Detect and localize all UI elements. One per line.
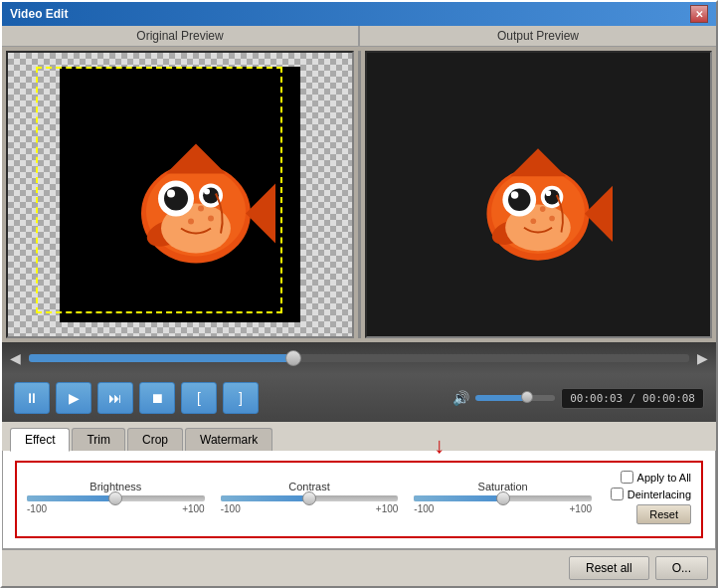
original-preview-screen	[6, 51, 354, 338]
stop-button[interactable]: ⏹	[139, 382, 175, 414]
saturation-track[interactable]	[414, 495, 592, 501]
tab-effect[interactable]: Effect	[10, 428, 70, 452]
svg-marker-17	[585, 185, 613, 241]
svg-point-22	[508, 188, 531, 211]
time-display: 00:00:03 / 00:00:08	[561, 388, 704, 409]
brightness-fill	[27, 495, 115, 501]
timeline-thumb[interactable]	[285, 350, 301, 366]
volume-icon: 🔊	[452, 390, 469, 406]
preview-divider	[358, 51, 361, 338]
saturation-min: -100	[414, 503, 434, 514]
apply-all-label: Apply to All	[637, 472, 691, 484]
deinterlace-row: Deinterlacing	[611, 488, 691, 500]
contrast-group: Contrast -100 +100	[221, 481, 399, 514]
brightness-group: Brightness -100 +100	[27, 481, 205, 514]
mark-in-button[interactable]: [	[181, 382, 217, 414]
deinterlacing-checkbox[interactable]	[611, 488, 624, 500]
timeline-bar[interactable]	[29, 354, 689, 362]
output-preview-panel	[365, 51, 713, 338]
brightness-thumb[interactable]	[108, 491, 122, 505]
time-separator: /	[623, 392, 642, 405]
mark-out-button[interactable]: ]	[223, 382, 259, 414]
close-button[interactable]: ✕	[690, 5, 708, 23]
window-title: Video Edit	[10, 7, 68, 21]
timeline-end-icon: ▶	[697, 350, 708, 366]
crop-border	[36, 67, 283, 313]
brightness-min: -100	[27, 503, 47, 514]
volume-area: 🔊	[452, 390, 555, 406]
time-current: 00:00:03	[570, 392, 623, 405]
video-edit-window: Video Edit ✕ Original Preview Output Pre…	[0, 0, 718, 588]
contrast-min: -100	[221, 503, 241, 514]
contrast-fill	[221, 495, 309, 501]
pause-button[interactable]: ⏸	[14, 382, 50, 414]
effect-panel: Brightness -100 +100 Contrast	[2, 451, 716, 549]
tab-watermark[interactable]: Watermark	[185, 428, 272, 451]
saturation-max: +100	[569, 503, 592, 514]
apply-all-row: Apply to All	[621, 471, 691, 484]
contrast-track[interactable]	[221, 495, 399, 501]
svg-point-29	[531, 218, 537, 224]
svg-point-27	[540, 206, 546, 212]
right-controls: Apply to All Deinterlacing Reset	[592, 471, 691, 524]
saturation-fill	[414, 495, 502, 501]
brightness-max: +100	[182, 503, 205, 514]
effect-panel-wrapper: ↓ Brightness -100 +100	[2, 451, 716, 549]
title-bar: Video Edit ✕	[2, 2, 716, 26]
timeline-area[interactable]: ◀ ▶	[2, 342, 716, 374]
tab-trim[interactable]: Trim	[72, 428, 125, 451]
reset-button[interactable]: Reset	[636, 504, 691, 524]
output-preview-label: Output Preview	[360, 26, 716, 46]
next-frame-button[interactable]: ⏭	[97, 382, 133, 414]
tab-crop[interactable]: Crop	[127, 428, 183, 451]
time-total: 00:00:08	[642, 392, 695, 405]
tabs-area: Effect Trim Crop Watermark	[2, 422, 716, 451]
output-preview-screen	[365, 51, 713, 338]
contrast-max: +100	[376, 503, 399, 514]
preview-area	[2, 47, 716, 342]
deinterlacing-label: Deinterlacing	[628, 489, 691, 500]
svg-point-28	[550, 215, 556, 221]
svg-point-23	[511, 191, 519, 199]
preview-labels-row: Original Preview Output Preview	[2, 26, 716, 47]
svg-point-26	[546, 190, 552, 196]
volume-slider[interactable]	[475, 395, 555, 401]
saturation-group: Saturation -100 +100	[414, 481, 592, 514]
brightness-track[interactable]	[27, 495, 205, 501]
contrast-thumb[interactable]	[302, 491, 316, 505]
original-preview-label: Original Preview	[2, 26, 360, 46]
red-border-box: Brightness -100 +100 Contrast	[15, 461, 703, 538]
apply-all-checkbox[interactable]	[621, 471, 633, 484]
reset-all-button[interactable]: Reset all	[569, 556, 649, 580]
sliders-row: Brightness -100 +100 Contrast	[27, 471, 691, 524]
saturation-thumb[interactable]	[496, 491, 510, 505]
bottom-bar: Reset all O...	[2, 549, 716, 586]
svg-marker-18	[510, 148, 566, 176]
play-button[interactable]: ▶	[56, 382, 91, 414]
arrow-indicator: ↓	[434, 433, 445, 459]
controls-area: ⏸ ▶ ⏭ ⏹ [ ] 🔊 00:00:03 / 00:00:08	[2, 374, 716, 422]
volume-thumb[interactable]	[521, 391, 533, 403]
original-preview-panel	[6, 51, 354, 338]
timeline-start-icon: ◀	[10, 350, 21, 366]
output-preview-bg	[367, 53, 711, 336]
ok-button[interactable]: O...	[655, 556, 708, 580]
